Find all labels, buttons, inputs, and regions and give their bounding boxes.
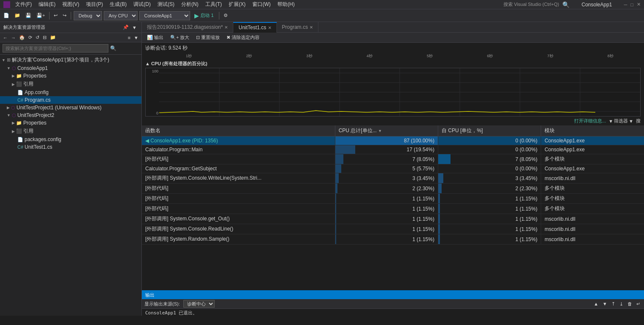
home-btn[interactable]: 🏠 xyxy=(18,34,26,41)
scroll-up-btn[interactable]: ▲ xyxy=(592,300,600,307)
ut2-proj-icon: ⬡ xyxy=(12,113,16,118)
table-row[interactable]: [外部代码]7 (8.05%)7 (8.05%)多个模块 xyxy=(142,154,644,164)
undo-btn[interactable]: ↩ xyxy=(52,12,59,19)
word-wrap-btn[interactable]: ↵ xyxy=(635,300,641,308)
tab-unittest1cs-close[interactable]: ✕ xyxy=(268,25,271,30)
scroll-top-btn[interactable]: ⤒ xyxy=(610,300,616,308)
cell-cputotal: 1 (1.15%) xyxy=(335,234,438,244)
startup-project-dropdown[interactable]: ConsoleApp1 xyxy=(139,11,190,20)
folder-properties-1[interactable]: ▶ 📁 Properties xyxy=(0,72,141,80)
open-btn[interactable]: 📁 xyxy=(13,12,22,19)
run-button[interactable]: ▶ 启动 1 xyxy=(192,11,216,20)
file-packagesconfig[interactable]: 📄 packages.config xyxy=(0,136,141,143)
cell-cpuself: 0 (0.00%) xyxy=(438,145,541,154)
folder-references-1[interactable]: ▶ ⬛ 引用 xyxy=(0,80,141,89)
project-unittest2[interactable]: ▼ ⬡ UnitTestProject2 xyxy=(0,111,141,119)
table-row[interactable]: [外部代码]2 (2.30%)2 (2.30%)多个模块 xyxy=(142,183,644,194)
menu-view[interactable]: 视图(V) xyxy=(61,1,81,8)
search-input[interactable] xyxy=(3,44,108,53)
more-btn[interactable]: ▼ xyxy=(131,24,138,31)
table-row[interactable]: [外部调用] System.Console.ReadLine()1 (1.15%… xyxy=(142,224,644,234)
y-label-0: 0 xyxy=(146,111,158,115)
menu-edit[interactable]: 编辑(E) xyxy=(37,1,57,8)
project-consoleapp1[interactable]: ▼ ⬡ ConsoleApp1 xyxy=(0,64,141,72)
cell-funcname: [外部代码] xyxy=(142,204,335,214)
output-btn[interactable]: 📊 输出 xyxy=(145,34,165,41)
sidebar-header-actions: 📌 ▼ xyxy=(122,24,138,31)
solution-explorer-panel: 解决方案资源管理器 📌 ▼ ← → 🏠 ⟳ ↺ ⊟ 📁 ≡ ▼ 🔍 ▼ xyxy=(0,22,142,316)
solution-label: 解决方案'ConsoleApp1'(第3个项目，共3个) xyxy=(12,56,109,64)
chart-container[interactable]: 100 0 xyxy=(145,68,641,117)
collapse-all-btn[interactable]: ⊟ xyxy=(41,34,48,41)
close-icon[interactable]: ✕ xyxy=(637,2,641,7)
menu-test[interactable]: 测试(S) xyxy=(156,1,176,8)
debug-config-dropdown[interactable]: Debug xyxy=(74,11,102,20)
table-row[interactable]: ◀ ConsoleApp1.exe (PID: 1356)87 (100.00%… xyxy=(142,136,644,145)
cpu-platform-dropdown[interactable]: Any CPU xyxy=(104,11,138,20)
file-unittest1cs[interactable]: C# UnitTest1.cs xyxy=(0,143,141,151)
sync-btn[interactable]: ⟳ xyxy=(27,34,33,41)
save-all-btn[interactable]: 💾+ xyxy=(35,12,47,19)
table-row[interactable]: [外部调用] System.Console.get_Out()1 (1.15%)… xyxy=(142,214,644,224)
folder-references-2[interactable]: ▶ ⬛ 引用 xyxy=(0,127,141,136)
pin-btn[interactable]: 📌 xyxy=(122,24,130,31)
filter-button[interactable]: ▼ 筛选器 ▼ xyxy=(608,118,633,124)
maximize-icon[interactable]: □ xyxy=(630,2,633,7)
search-icon[interactable]: 🔍 xyxy=(562,1,569,8)
col-module[interactable]: 模块 xyxy=(541,125,644,136)
table-row[interactable]: [外部调用] System.Random.Sample()1 (1.15%)1 … xyxy=(142,234,644,244)
clear-output-btn[interactable]: 🗑 xyxy=(626,300,633,307)
tab-diagsession[interactable]: 报告20190919-1132.diagsession* ✕ xyxy=(142,22,233,33)
ut2-expand-icon2: ▶ xyxy=(12,121,15,125)
col-funcname[interactable]: 函数名 xyxy=(142,125,335,136)
file-programcs[interactable]: C# Program.cs xyxy=(0,96,141,104)
reset-zoom-icon: ⊡ xyxy=(196,35,200,40)
table-row[interactable]: [外部代码]1 (1.15%)1 (1.15%)多个模块 xyxy=(142,194,644,204)
table-row[interactable]: [外部代码]1 (1.15%)1 (1.15%)多个模块 xyxy=(142,204,644,214)
refresh-btn[interactable]: ↺ xyxy=(34,34,41,41)
menu-project[interactable]: 项目(P) xyxy=(84,1,105,8)
scroll-bottom-btn[interactable]: ⤓ xyxy=(618,300,625,308)
back-btn[interactable]: ← xyxy=(2,34,9,41)
save-btn[interactable]: 💾 xyxy=(24,12,33,19)
zoom-in-btn[interactable]: 🔍+ 放大 xyxy=(169,34,191,41)
menu-help[interactable]: 帮助(H) xyxy=(276,1,296,8)
output-source-select[interactable]: 诊断中心 xyxy=(183,300,215,308)
minimize-icon[interactable]: ─ xyxy=(624,2,627,7)
tab-unittest1cs[interactable]: UnitTest1.cs ✕ xyxy=(233,22,276,33)
table-row[interactable]: Calculator.Program::GetSubject5 (5.75%)0… xyxy=(142,164,644,173)
file-appconfig[interactable]: 📄 App.config xyxy=(0,89,141,96)
forward-btn[interactable]: → xyxy=(10,34,17,41)
tab-programcs-close[interactable]: ✕ xyxy=(310,25,313,30)
show-files-btn[interactable]: 📁 xyxy=(49,34,57,41)
diag-toolbar: 📊 输出 🔍+ 放大 ⊡ 重置缩放 ✖ 清除选定内容 xyxy=(142,33,644,43)
menu-tools[interactable]: 工具(T) xyxy=(204,1,224,8)
redo-btn[interactable]: ↪ xyxy=(61,12,68,19)
pending-btn[interactable]: ▼ xyxy=(133,34,140,41)
menu-file[interactable]: 文件(F) xyxy=(14,1,33,8)
open-details-link[interactable]: 打开详细信息... xyxy=(574,118,606,124)
folder-icon-2: 📁 xyxy=(16,120,22,126)
menu-build[interactable]: 生成(B) xyxy=(108,1,128,8)
tab-programcs[interactable]: Program.cs ✕ xyxy=(277,22,318,33)
scroll-down-btn[interactable]: ▼ xyxy=(601,300,608,307)
reset-zoom-btn[interactable]: ⊡ 重置缩放 xyxy=(194,34,221,41)
attach-btn[interactable]: ⚙ xyxy=(222,12,229,19)
search-icon[interactable]: 🔍 xyxy=(110,45,116,51)
tab-diagsession-close[interactable]: ✕ xyxy=(224,25,228,30)
properties-btn[interactable]: ≡ xyxy=(127,34,132,41)
table-row[interactable]: [外部调用] System.Console.WriteLine(System.S… xyxy=(142,173,644,183)
time-label-2s: 2秒 xyxy=(219,53,279,59)
project-unittest1[interactable]: ▶ ⬡ UnitTestProject1 (Universal Windows) xyxy=(0,104,141,111)
new-file-btn[interactable]: 📄 xyxy=(2,12,11,19)
menu-extensions[interactable]: 扩展(X) xyxy=(227,1,247,8)
solution-node[interactable]: ▼ ⊞ 解决方案'ConsoleApp1'(第3个项目，共3个) xyxy=(0,56,141,64)
menu-window[interactable]: 窗口(W) xyxy=(251,1,272,8)
table-row[interactable]: Calculator.Program::Main17 (19.54%)0 (0.… xyxy=(142,145,644,154)
folder-properties-2[interactable]: ▶ 📁 Properties xyxy=(0,119,141,127)
col-cpuself[interactable]: 自 CPU [单位，%] xyxy=(438,125,541,136)
menu-debug[interactable]: 调试(D) xyxy=(132,1,152,8)
clear-selection-btn[interactable]: ✖ 清除选定内容 xyxy=(225,34,261,41)
col-cputotal[interactable]: CPU 总计[单位... ▼ xyxy=(335,125,438,136)
menu-analyze[interactable]: 分析(N) xyxy=(180,1,200,8)
